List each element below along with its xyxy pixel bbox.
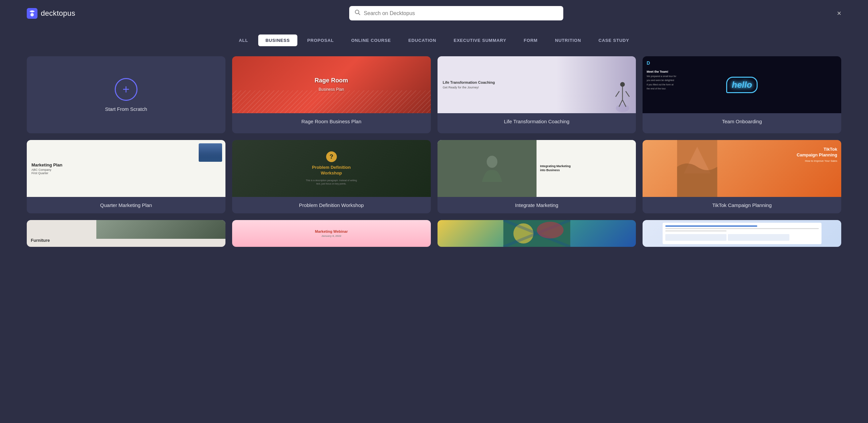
card-label-integrate: Integrate Marketing xyxy=(437,197,636,213)
thumb-integrate: Integrating Marketinginto Business xyxy=(437,140,636,197)
thumb-tiktok: TikTokCampaign Planning How to Improve Y… xyxy=(643,140,841,197)
card-website-redesign[interactable] xyxy=(643,220,841,247)
card-thumbnail-website xyxy=(643,220,841,247)
card-thumbnail-tiktok: TikTokCampaign Planning How to Improve Y… xyxy=(643,140,841,197)
thumb-rage: Rage RoomBusiness Plan xyxy=(232,56,431,113)
logo-text: decktopus xyxy=(41,9,75,18)
card-advertising-campaign[interactable] xyxy=(437,220,636,247)
thumb-furniture-photo xyxy=(96,220,225,239)
card-furniture[interactable]: Furniture xyxy=(27,220,225,247)
thumb-furniture-title: Furniture xyxy=(31,238,50,243)
tab-form[interactable]: FORM xyxy=(517,34,545,46)
card-tiktok-campaign[interactable]: TikTokCampaign Planning How to Improve Y… xyxy=(643,140,841,213)
card-integrate-marketing[interactable]: Integrating Marketinginto Business Integ… xyxy=(437,140,636,213)
thumb-team-d: D xyxy=(647,60,650,66)
thumb-tiktok-photo xyxy=(643,140,752,197)
thumb-team-hello: hello xyxy=(726,77,758,93)
tab-education[interactable]: EDUCATION xyxy=(401,34,444,46)
thumb-life-title: Life Transformation Coaching xyxy=(443,80,495,84)
card-label-rage-room: Rage Room Business Plan xyxy=(232,113,431,130)
thumb-marketing: Marketing Plan ABC CompanyFirst Quarter xyxy=(27,140,225,197)
scratch-label: Start From Scratch xyxy=(105,106,147,112)
thumb-marketing-sub: ABC CompanyFirst Quarter xyxy=(31,168,52,175)
thumb-problem-desc: This is a description paragraph. Instead… xyxy=(306,179,357,186)
thumb-tiktok-text: TikTokCampaign Planning How to Improve Y… xyxy=(797,147,837,163)
tab-case-study[interactable]: CASE STUDY xyxy=(591,34,637,46)
filter-tabs: ALLBUSINESSPROPOSALONLINE COURSEEDUCATIO… xyxy=(0,26,868,53)
thumb-problem: ? Problem DefinitionWorkshop This is a d… xyxy=(232,140,431,197)
card-thumbnail-rage-room: Rage RoomBusiness Plan xyxy=(232,56,431,113)
svg-point-5 xyxy=(487,156,497,168)
thumb-life-figure xyxy=(613,80,632,113)
thumb-webinar-text: Marketing WebinarJanuary 8, 2022 xyxy=(315,229,348,237)
card-label-team: Team Onboarding xyxy=(643,113,841,130)
thumb-integrate-photo xyxy=(437,140,547,197)
thumb-life: Life Transformation Coaching Get Ready f… xyxy=(437,56,636,113)
card-thumbnail-team: D Meet the Team!We prepared a small tour… xyxy=(643,56,841,113)
tab-executive-summary[interactable]: EXECUTIVE SUMMARY xyxy=(446,34,514,46)
template-grid: + Start From Scratch Rage RoomBusiness P… xyxy=(0,53,868,260)
header: decktopus × xyxy=(0,0,868,26)
card-label-life: Life Transformation Coaching xyxy=(437,113,636,130)
card-label-problem: Problem Definition Workshop xyxy=(232,197,431,213)
card-thumbnail-advertising xyxy=(437,220,636,247)
search-input[interactable] xyxy=(364,10,558,17)
thumb-problem-title: Problem DefinitionWorkshop xyxy=(312,165,351,176)
svg-point-4 xyxy=(620,82,625,87)
card-thumbnail-marketing: Marketing Plan ABC CompanyFirst Quarter xyxy=(27,140,225,197)
svg-point-1 xyxy=(30,13,34,17)
thumb-integrate-text: Integrating Marketinginto Business xyxy=(536,140,636,197)
thumb-webinar: Marketing WebinarJanuary 8, 2022 xyxy=(232,220,431,247)
card-thumbnail-integrate: Integrating Marketinginto Business xyxy=(437,140,636,197)
card-life-transformation[interactable]: Life Transformation Coaching Get Ready f… xyxy=(437,56,636,133)
close-button[interactable]: × xyxy=(837,9,841,18)
card-thumbnail-problem: ? Problem DefinitionWorkshop This is a d… xyxy=(232,140,431,197)
scratch-card[interactable]: + Start From Scratch xyxy=(27,56,225,133)
thumb-problem-q: ? xyxy=(326,151,337,162)
search-bar[interactable] xyxy=(349,6,563,21)
search-icon xyxy=(354,9,361,17)
tab-nutrition[interactable]: NUTRITION xyxy=(548,34,588,46)
card-thumbnail-life: Life Transformation Coaching Get Ready f… xyxy=(437,56,636,113)
card-label-tiktok: TikTok Campaign Planning xyxy=(643,197,841,213)
thumb-life-sub: Get Ready for the Journey! xyxy=(443,86,479,89)
logo-icon xyxy=(27,8,37,19)
card-team-onboarding[interactable]: D Meet the Team!We prepared a small tour… xyxy=(643,56,841,133)
card-thumbnail-webinar: Marketing WebinarJanuary 8, 2022 xyxy=(232,220,431,247)
card-quarter-marketing[interactable]: Marketing Plan ABC CompanyFirst Quarter … xyxy=(27,140,225,213)
thumb-website-content xyxy=(662,223,822,244)
card-rage-room[interactable]: Rage RoomBusiness Plan Rage Room Busines… xyxy=(232,56,431,133)
tab-online-course[interactable]: ONLINE COURSE xyxy=(344,34,398,46)
plus-icon: + xyxy=(115,78,137,101)
thumb-marketing-title: Marketing Plan xyxy=(31,163,62,167)
tab-all[interactable]: ALL xyxy=(231,34,255,46)
card-problem-definition[interactable]: ? Problem DefinitionWorkshop This is a d… xyxy=(232,140,431,213)
thumb-advertising xyxy=(437,220,636,247)
thumb-team: D Meet the Team!We prepared a small tour… xyxy=(643,56,841,113)
svg-point-3 xyxy=(616,104,629,112)
card-label-quarter: Quarter Marketing Plan xyxy=(27,197,225,213)
card-thumbnail-furniture: Furniture xyxy=(27,220,225,247)
tab-business[interactable]: BUSINESS xyxy=(258,34,297,46)
logo[interactable]: decktopus xyxy=(27,8,75,19)
thumb-marketing-image xyxy=(199,143,222,162)
thumb-rage-text: Rage RoomBusiness Plan xyxy=(315,76,348,93)
thumb-website xyxy=(643,220,841,247)
thumb-furniture: Furniture xyxy=(27,220,225,247)
svg-point-9 xyxy=(536,222,563,238)
card-marketing-webinar[interactable]: Marketing WebinarJanuary 8, 2022 xyxy=(232,220,431,247)
tab-proposal[interactable]: PROPOSAL xyxy=(300,34,341,46)
